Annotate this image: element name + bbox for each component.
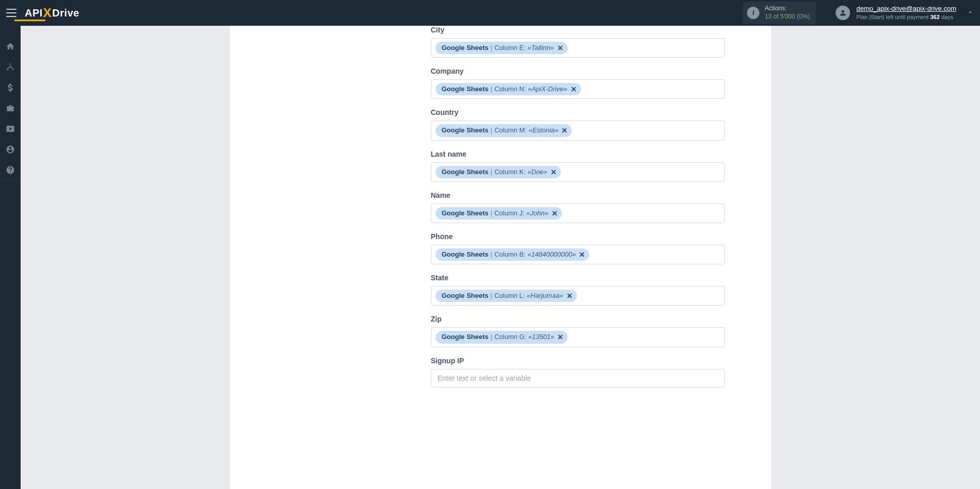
tag-separator: |: [491, 167, 492, 177]
variable-tag[interactable]: Google Sheets | Column J: «John» ✕: [436, 207, 562, 220]
field-label: Country: [431, 108, 725, 116]
field-label: City: [431, 26, 725, 34]
field-group: Company Google Sheets | Column N: «ApiX-…: [431, 67, 725, 99]
tag-separator: |: [491, 291, 492, 300]
actions-text: Actions: 13 of 5'000 (0%): [765, 5, 810, 21]
variable-tag[interactable]: Google Sheets | Column B: «14840000000» …: [436, 248, 590, 261]
field-input[interactable]: Google Sheets | Column K: «Doe» ✕: [431, 162, 725, 182]
field-input[interactable]: Google Sheets | Column G: «13501» ✕: [431, 327, 725, 347]
field-group: Signup IP Enter text or select a variabl…: [431, 357, 725, 387]
variable-tag[interactable]: Google Sheets | Column K: «Doe» ✕: [436, 166, 561, 178]
field-label: Phone: [431, 232, 725, 241]
info-icon: i: [747, 7, 759, 19]
sidebar-billing-icon[interactable]: [0, 77, 21, 98]
tag-remove-icon[interactable]: ✕: [567, 292, 573, 299]
variable-tag[interactable]: Google Sheets | Column E: «Tallinn» ✕: [436, 42, 568, 54]
field-group: Zip Google Sheets | Column G: «13501» ✕: [431, 315, 725, 347]
tag-value: «14840000000»: [527, 250, 576, 259]
tag-remove-icon[interactable]: ✕: [551, 168, 557, 176]
logo-underline: [14, 20, 45, 21]
tag-value: «Tallinn»: [527, 43, 554, 53]
tag-source: Google Sheets: [442, 291, 489, 300]
tag-separator: |: [491, 332, 492, 342]
header-bar: API X Drive i Actions: 13 of 5'000 (0%) …: [0, 0, 980, 26]
field-group: Country Google Sheets | Column M: «Eston…: [431, 108, 725, 140]
content-panel: City Google Sheets | Column E: «Tallinn»…: [230, 26, 771, 489]
tag-value: «John»: [526, 209, 549, 218]
field-group: State Google Sheets | Column L: «Harjuma…: [431, 274, 725, 306]
logo[interactable]: API X Drive: [25, 6, 79, 20]
field-input[interactable]: Google Sheets | Column M: «Estonia» ✕: [431, 121, 725, 140]
sidebar-briefcase-icon[interactable]: [0, 98, 21, 119]
tag-source: Google Sheets: [442, 126, 489, 135]
sidebar-home-icon[interactable]: [0, 36, 21, 57]
tag-source: Google Sheets: [442, 43, 489, 53]
tag-column: Column E:: [494, 43, 526, 53]
tag-separator: |: [491, 85, 492, 94]
tag-column: Column B:: [494, 250, 526, 259]
field-input[interactable]: Google Sheets | Column B: «14840000000» …: [431, 245, 725, 264]
field-group: Name Google Sheets | Column J: «John» ✕: [431, 191, 725, 223]
actions-info-box[interactable]: i Actions: 13 of 5'000 (0%): [743, 2, 816, 24]
logo-x: X: [43, 6, 52, 20]
field-label: Name: [431, 191, 725, 199]
user-plan: Plan |Start| left until payment 362 days: [856, 13, 956, 21]
tag-value: «13501»: [528, 332, 555, 342]
variable-tag[interactable]: Google Sheets | Column N: «ApiX-Drive» ✕: [436, 83, 581, 95]
user-email: demo_apix-drive@apix-drive.com: [856, 5, 956, 13]
tag-source: Google Sheets: [442, 250, 489, 259]
tag-separator: |: [491, 43, 492, 53]
logo-text-suffix: Drive: [52, 7, 79, 19]
tag-separator: |: [491, 126, 492, 135]
field-label: Signup IP: [431, 357, 725, 365]
tag-remove-icon[interactable]: ✕: [571, 86, 577, 93]
field-label: Last name: [431, 150, 725, 158]
field-label: Company: [431, 67, 725, 75]
field-input[interactable]: Google Sheets | Column J: «John» ✕: [431, 204, 725, 223]
tag-remove-icon[interactable]: ✕: [552, 210, 558, 217]
tag-column: Column L:: [494, 291, 525, 300]
sidebar-account-icon[interactable]: [0, 139, 21, 160]
tag-remove-icon[interactable]: ✕: [557, 333, 563, 341]
variable-tag[interactable]: Google Sheets | Column G: «13501» ✕: [436, 331, 568, 343]
tag-value: «Estonia»: [528, 126, 558, 135]
tag-remove-icon[interactable]: ✕: [579, 251, 585, 258]
tag-source: Google Sheets: [442, 209, 489, 218]
tag-remove-icon[interactable]: ✕: [557, 44, 563, 52]
tag-column: Column G:: [494, 332, 526, 342]
tag-separator: |: [491, 209, 492, 218]
tag-source: Google Sheets: [442, 332, 489, 342]
sidebar-connections-icon[interactable]: [0, 57, 21, 77]
tag-separator: |: [491, 250, 492, 259]
mapping-form: City Google Sheets | Column E: «Tallinn»…: [431, 26, 725, 387]
field-group: City Google Sheets | Column E: «Tallinn»…: [431, 26, 725, 58]
logo-text: API: [25, 7, 43, 19]
tag-value: «ApiX-Drive»: [528, 85, 568, 94]
field-group: Phone Google Sheets | Column B: «1484000…: [431, 232, 725, 264]
menu-toggle-button[interactable]: [6, 9, 16, 17]
tag-column: Column K:: [494, 167, 526, 177]
user-info[interactable]: demo_apix-drive@apix-drive.com Plan |Sta…: [856, 5, 956, 21]
user-avatar-icon[interactable]: [836, 6, 850, 20]
field-input[interactable]: Google Sheets | Column E: «Tallinn» ✕: [431, 38, 725, 58]
field-group: Last name Google Sheets | Column K: «Doe…: [431, 150, 725, 182]
tag-column: Column M:: [494, 126, 527, 135]
tag-value: «Harjumaa»: [527, 291, 563, 300]
tag-value: «Doe»: [527, 167, 547, 177]
tag-source: Google Sheets: [442, 85, 489, 94]
variable-tag[interactable]: Google Sheets | Column L: «Harjumaa» ✕: [436, 290, 577, 302]
sidebar: [0, 26, 21, 489]
tag-remove-icon[interactable]: ✕: [561, 127, 568, 134]
field-label: Zip: [431, 315, 725, 323]
user-menu-chevron-icon[interactable]: [967, 9, 974, 18]
variable-tag[interactable]: Google Sheets | Column M: «Estonia» ✕: [436, 124, 572, 137]
tag-column: Column N:: [494, 85, 526, 94]
tag-source: Google Sheets: [442, 167, 489, 177]
sidebar-help-icon[interactable]: [0, 160, 21, 180]
sidebar-video-icon[interactable]: [0, 119, 21, 139]
field-label: State: [431, 274, 725, 282]
field-input[interactable]: Google Sheets | Column L: «Harjumaa» ✕: [431, 286, 725, 306]
field-input[interactable]: Enter text or select a variable: [431, 369, 725, 387]
field-input[interactable]: Google Sheets | Column N: «ApiX-Drive» ✕: [431, 79, 725, 99]
main-area: City Google Sheets | Column E: «Tallinn»…: [21, 26, 980, 489]
